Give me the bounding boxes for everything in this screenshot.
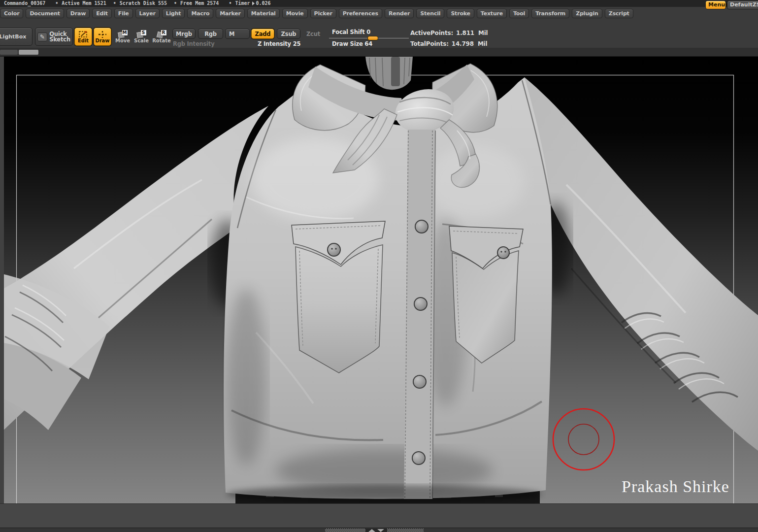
draw-label: Draw (95, 38, 109, 43)
rgb-intensity-label: Rgb Intensity (173, 40, 214, 47)
status-stat: Scratch Disk 555 (120, 0, 167, 6)
draw-crosshair-icon (98, 31, 107, 38)
status-stat: Active Mem 1521 (62, 0, 106, 6)
edit-label: Edit (78, 38, 89, 43)
shirt-sculpt-render (0, 57, 758, 503)
menu-item[interactable]: Edit (92, 9, 112, 18)
status-stat: Free Mem 2574 (180, 0, 219, 6)
timer-label: Timer (235, 0, 250, 6)
bottom-tray-area (0, 503, 758, 532)
timer-arrow-icon (252, 1, 255, 5)
edit-mode-button[interactable]: Edit (74, 28, 92, 46)
bullet-separator: • (55, 0, 58, 6)
lightbox-button[interactable]: LightBox (0, 28, 33, 46)
timer-value: 0.026 (256, 0, 271, 6)
menu-item[interactable]: Picker (310, 9, 336, 18)
rotate-label: Rotate (152, 38, 171, 43)
menu-item[interactable]: Transform (531, 9, 569, 18)
default-zscript-button[interactable]: DefaultZSc (727, 0, 758, 9)
bottom-tray-bar (0, 528, 758, 532)
top-shelf-toolbar: LightBox ✎ Quick Sketch Edit Draw M Move (0, 20, 758, 48)
menu-bar: ColorDocumentDrawEditFileLayerLightMacro… (0, 7, 758, 20)
active-points-label: ActivePoints: (410, 30, 453, 36)
zcut-button[interactable]: Zcut (302, 29, 324, 39)
menu-item[interactable]: Tool (509, 9, 529, 18)
move-icon: M (118, 30, 128, 38)
edit-marquee-icon (78, 31, 88, 38)
move-mode-button[interactable]: M Move (114, 28, 132, 46)
menu-item[interactable]: Stroke (447, 9, 474, 18)
move-label: Move (115, 38, 130, 43)
pencil-icon: ✎ (37, 33, 47, 41)
menus-button[interactable]: Menus (705, 0, 726, 9)
draw-mode-button[interactable]: Draw (94, 28, 111, 46)
bullet-separator: • (229, 0, 231, 6)
tray-open-up-icon (368, 529, 375, 532)
m-button[interactable]: M (225, 29, 250, 39)
draw-size-label: Draw Size 64 (332, 40, 372, 47)
menu-item[interactable]: Draw (66, 9, 90, 18)
active-points-readout: ActivePoints:1.811Mil (410, 30, 488, 36)
bullet-separator: • (174, 0, 177, 6)
brush-cursor (547, 402, 621, 476)
menu-item[interactable]: Render (385, 9, 414, 18)
quick-sketch-label-2: Sketch (49, 36, 70, 43)
rgb-button[interactable]: Rgb (198, 29, 223, 39)
menu-item[interactable]: Texture (477, 9, 507, 18)
menu-item[interactable]: Color (0, 9, 23, 18)
menu-item[interactable]: Preferences (339, 9, 382, 18)
scale-label: Scale (134, 38, 149, 43)
menu-item[interactable]: Zplugin (572, 9, 602, 18)
tray-divider-handle[interactable] (325, 529, 424, 532)
document-scroll-strip (0, 48, 758, 57)
button-placket (404, 130, 435, 499)
rotate-icon: R (157, 30, 166, 38)
scroll-track-stub (0, 50, 18, 55)
tray-open-down-icon (377, 529, 384, 532)
bullet-separator: • (113, 0, 116, 6)
lightbox-label: LightBox (0, 33, 26, 40)
tray-arrows[interactable] (365, 529, 387, 532)
scale-icon: S (137, 30, 146, 38)
mrgb-button[interactable]: Mrgb (172, 29, 196, 39)
menu-item[interactable]: Movie (282, 9, 308, 18)
zsub-button[interactable]: Zsub (277, 29, 300, 39)
scrollbar-handle[interactable] (19, 50, 38, 55)
focal-shift-slider[interactable]: Focal Shift 0 (329, 28, 409, 38)
active-points-unit: Mil (478, 30, 488, 36)
scale-mode-button[interactable]: S Scale (133, 28, 150, 46)
menu-item[interactable]: Material (247, 9, 280, 18)
focal-shift-label: Focal Shift 0 (332, 29, 370, 35)
artist-signature: Prakash Shirke (622, 477, 729, 497)
menu-item[interactable]: Layer (135, 9, 160, 18)
zadd-button[interactable]: Zadd (251, 29, 274, 39)
menu-item[interactable]: File (114, 9, 133, 18)
rotate-mode-button[interactable]: R Rotate (152, 28, 171, 46)
total-points-readout: TotalPoints:14.798Mil (410, 40, 487, 47)
total-points-value: 14.798 (452, 40, 474, 47)
menu-item[interactable]: Marker (216, 9, 245, 18)
quick-sketch-button[interactable]: ✎ Quick Sketch (35, 28, 73, 46)
z-intensity-label: Z Intensity 25 (258, 40, 300, 47)
total-points-label: TotalPoints: (410, 40, 449, 47)
menu-item[interactable]: Light (162, 9, 185, 18)
menu-item[interactable]: Stencil (416, 9, 444, 18)
menu-item[interactable]: Zscript (605, 9, 633, 18)
total-points-unit: Mil (478, 40, 488, 47)
canvas-left-gutter (0, 57, 4, 503)
active-points-value: 1.811 (456, 30, 474, 36)
menu-item[interactable]: Document (26, 9, 64, 18)
right-pocket (449, 226, 523, 363)
menu-item[interactable]: Macro (187, 9, 213, 18)
title-bar: Commando_00367 •Active Mem 1521•Scratch … (0, 0, 758, 7)
sculpt-viewport[interactable] (0, 57, 758, 503)
memory-stats: •Active Mem 1521•Scratch Disk 555•Free M… (48, 0, 219, 6)
document-title: Commando_00367 (4, 0, 45, 6)
